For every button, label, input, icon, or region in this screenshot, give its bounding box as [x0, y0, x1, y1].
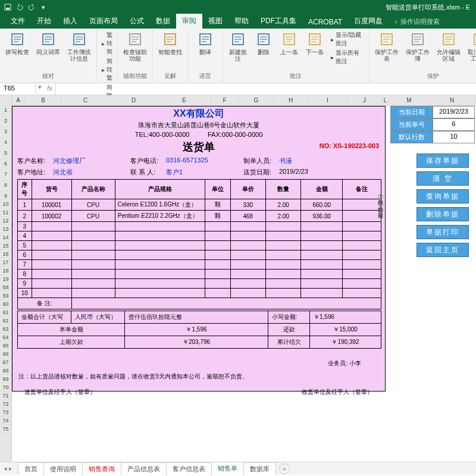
tab-视图[interactable]: 视图: [202, 14, 228, 29]
tab-公式[interactable]: 公式: [124, 14, 150, 29]
current-date[interactable]: 2019/2/23: [433, 106, 475, 118]
row-header[interactable]: 13: [0, 225, 11, 233]
row-header[interactable]: 6: [0, 159, 11, 170]
btn-查询单据[interactable]: 查询单据: [416, 189, 469, 203]
row-header[interactable]: 58: [0, 283, 11, 292]
row-header[interactable]: 11: [0, 208, 11, 217]
row-header[interactable]: 7: [0, 170, 11, 181]
ribbon-btn-保护工作表[interactable]: 保护工作表: [374, 31, 399, 62]
row-header[interactable]: 67: [0, 358, 11, 367]
col-header-G[interactable]: G: [239, 95, 274, 105]
ribbon-btn-智能查找[interactable]: 智能查找: [158, 31, 183, 55]
tab-帮助[interactable]: 帮助: [228, 14, 255, 29]
tab-插入[interactable]: 插入: [57, 14, 83, 29]
row-header[interactable]: 3: [0, 127, 11, 138]
tab-数据[interactable]: 数据: [150, 14, 176, 29]
btn-删除单据[interactable]: 删除单据: [416, 207, 469, 221]
ribbon-btn-拼写检查[interactable]: 拼写检查: [5, 31, 30, 62]
row-header[interactable]: 5: [0, 149, 11, 159]
row-header[interactable]: 69: [0, 375, 11, 383]
default-rows[interactable]: 10: [433, 131, 475, 143]
sheet-tab-客户信息表[interactable]: 客户信息表: [166, 462, 212, 475]
table-row[interactable]: 7: [18, 260, 381, 270]
row-header[interactable]: 15: [0, 242, 11, 250]
row-header[interactable]: 18: [0, 267, 11, 275]
namebox-dropdown-icon[interactable]: ▾: [36, 83, 44, 95]
col-header-N[interactable]: N: [430, 95, 475, 105]
ribbon-btn-同义词库[interactable]: 同义词库: [36, 31, 61, 62]
ribbon-btn-上一条[interactable]: 上一条: [279, 31, 299, 65]
table-row[interactable]: 1100001CPUCeleron E1200 1.6GHz（盒）颗3302.0…: [18, 199, 381, 211]
col-header-E[interactable]: E: [158, 95, 211, 105]
row-header[interactable]: 60: [0, 300, 11, 308]
customer-name[interactable]: 河北修理厂: [53, 156, 130, 165]
ribbon-btn-新建批注[interactable]: 新建批注: [228, 31, 248, 65]
btn-单据打印[interactable]: 单据打印: [416, 225, 469, 239]
table-row[interactable]: 8: [18, 270, 381, 279]
row-header[interactable]: 16: [0, 250, 11, 258]
col-header-I[interactable]: I: [308, 95, 347, 105]
ribbon-small-显示/隐藏批注[interactable]: ▸显示/隐藏批注: [331, 31, 364, 48]
tab-文件[interactable]: 文件: [5, 14, 31, 29]
formula-input[interactable]: [56, 83, 476, 95]
items-table[interactable]: 序号货号产品名称产品规格单位单价数量金额备注 1100001CPUCeleron…: [17, 179, 381, 309]
row-header[interactable]: 59: [0, 292, 11, 300]
row-header[interactable]: 74: [0, 416, 11, 425]
ribbon-small-简转繁[interactable]: ▸简转繁: [102, 57, 112, 82]
tab-nav[interactable]: ◂ ▸: [4, 465, 12, 472]
row-header[interactable]: 12: [0, 217, 11, 225]
tab-ACROBAT[interactable]: ACROBAT: [302, 15, 348, 29]
btn-保存单据[interactable]: 保存单据: [416, 154, 469, 168]
ribbon-btn-翻译[interactable]: 翻译: [193, 31, 218, 55]
col-header-J[interactable]: J: [347, 95, 382, 105]
row-header[interactable]: 4: [0, 138, 11, 149]
table-row[interactable]: 5: [18, 241, 381, 250]
row-header[interactable]: 61: [0, 308, 11, 317]
btn-返回主页[interactable]: 返回主页: [416, 243, 469, 257]
ribbon-btn-检查辅助功能[interactable]: 检查辅助功能: [123, 31, 148, 62]
name-box[interactable]: T65: [0, 83, 36, 95]
table-row[interactable]: 9: [18, 279, 381, 289]
customer-tel[interactable]: 0316-6571325: [166, 156, 243, 165]
row-header[interactable]: 63: [0, 325, 11, 333]
save-icon[interactable]: [4, 3, 12, 11]
tell-me[interactable]: ♀操作说明搜索: [389, 15, 444, 29]
btn-清空[interactable]: 清 空: [416, 171, 469, 186]
tab-百度网盘[interactable]: 百度网盘: [348, 14, 389, 29]
row-header[interactable]: 71: [0, 392, 11, 400]
row-header[interactable]: 8: [0, 181, 11, 192]
sheet-tab-销售查询[interactable]: 销售查询: [82, 462, 121, 475]
fx-icon[interactable]: fx: [44, 83, 56, 95]
ribbon-btn-删除[interactable]: 删除: [253, 31, 273, 65]
row-header[interactable]: 19: [0, 275, 11, 283]
row-header[interactable]: 10: [0, 200, 11, 208]
maker[interactable]: 书漫: [279, 156, 356, 165]
table-row[interactable]: 4: [18, 231, 381, 241]
redo-icon[interactable]: [27, 3, 36, 11]
ribbon-btn-下一条[interactable]: 下一条: [305, 31, 325, 65]
table-row[interactable]: 6: [18, 250, 381, 260]
sheet-tab-销售单[interactable]: 销售单: [211, 462, 244, 475]
col-header-B[interactable]: B: [25, 95, 62, 105]
table-row[interactable]: 2100002CPUPentium E2210 2.2GHz（盒）颗4682.0…: [18, 211, 381, 222]
delivery-date[interactable]: 2019/2/23: [279, 168, 356, 177]
row-header[interactable]: 75: [0, 425, 11, 433]
tab-开始[interactable]: 开始: [31, 14, 57, 29]
col-header-M[interactable]: M: [389, 95, 430, 105]
col-header-A[interactable]: A: [12, 95, 25, 105]
row-header[interactable]: 62: [0, 317, 11, 325]
sheet-tab-使用说明[interactable]: 使用说明: [43, 462, 83, 475]
col-header-H[interactable]: H: [274, 95, 308, 105]
ribbon-btn-工作簿统计信息[interactable]: 工作簿统计信息: [67, 31, 92, 62]
col-header-F[interactable]: F: [211, 95, 239, 105]
ribbon-small-显示所有批注[interactable]: ▸显示所有批注: [331, 49, 364, 65]
row-header[interactable]: 70: [0, 383, 11, 392]
row-header[interactable]: 64: [0, 333, 11, 342]
row-header[interactable]: 65: [0, 342, 11, 350]
row-header[interactable]: 73: [0, 408, 11, 416]
row-header[interactable]: 2: [0, 117, 11, 127]
row-header[interactable]: 1: [0, 106, 11, 117]
row-header[interactable]: 66: [0, 350, 11, 358]
row-header[interactable]: 14: [0, 233, 11, 242]
col-header-C[interactable]: C: [62, 95, 109, 105]
